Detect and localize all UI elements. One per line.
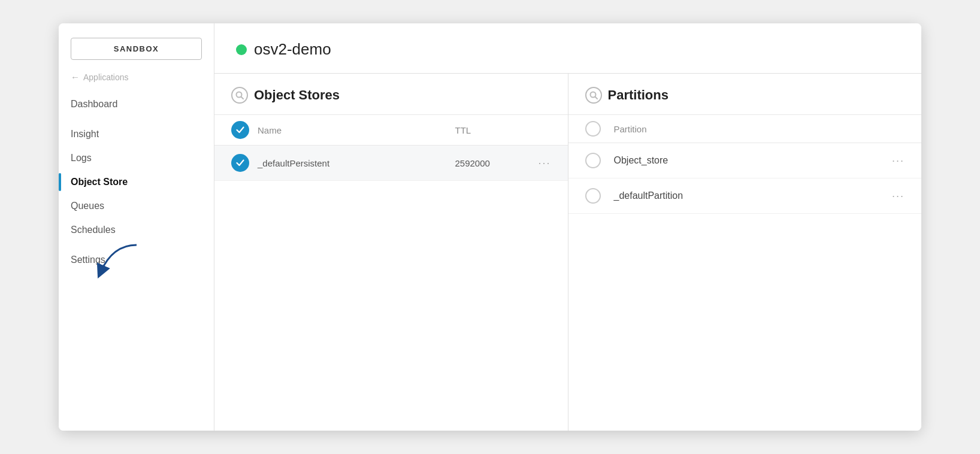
object-stores-search-icon[interactable] xyxy=(231,87,248,104)
app-title: osv2-demo xyxy=(254,40,331,59)
partition-more-options-icon[interactable]: ··· xyxy=(892,155,905,167)
partition-column-header: Partition xyxy=(614,124,905,134)
row-selected-indicator xyxy=(231,154,249,172)
row-name: _defaultPersistent xyxy=(258,158,455,168)
partition-radio-column xyxy=(585,121,614,137)
table-row[interactable]: _defaultPersistent 2592000 ··· xyxy=(214,146,568,181)
partition-header-radio xyxy=(585,121,601,137)
sidebar-item-object-store[interactable]: Object Store xyxy=(59,171,214,193)
sidebar-item-insight[interactable]: Insight xyxy=(59,123,214,146)
name-column-header: Name xyxy=(258,125,455,135)
partitions-header: Partitions xyxy=(568,74,922,114)
content-area: Object Stores Name TTL xyxy=(214,73,921,431)
object-stores-table-header: Name TTL xyxy=(214,114,568,146)
sidebar-item-settings[interactable]: Settings xyxy=(59,249,214,271)
object-stores-panel: Object Stores Name TTL xyxy=(214,74,568,431)
more-options-icon[interactable]: ··· xyxy=(538,157,551,170)
sidebar-item-schedules[interactable]: Schedules xyxy=(59,219,214,241)
partition-actions-menu[interactable]: ··· xyxy=(881,155,905,167)
status-indicator xyxy=(236,44,247,55)
partition-more-options-icon[interactable]: ··· xyxy=(892,190,905,202)
select-all-checkbox[interactable] xyxy=(231,121,249,139)
partition-radio[interactable] xyxy=(585,153,601,168)
sidebar-item-dashboard[interactable]: Dashboard xyxy=(59,93,214,116)
select-all-column xyxy=(231,121,258,139)
app-header: osv2-demo xyxy=(214,23,921,73)
partition-actions-menu[interactable]: ··· xyxy=(881,190,905,202)
object-stores-header: Object Stores xyxy=(214,74,568,114)
object-stores-title: Object Stores xyxy=(254,87,340,103)
partition-radio[interactable] xyxy=(585,188,601,204)
partition-radio-col xyxy=(585,188,614,204)
sidebar-item-queues[interactable]: Queues xyxy=(59,195,214,217)
svg-line-1 xyxy=(241,97,244,99)
partitions-table-header: Partition xyxy=(568,114,922,143)
partitions-title: Partitions xyxy=(608,87,669,103)
row-actions-menu[interactable]: ··· xyxy=(527,157,551,170)
sandbox-button[interactable]: SANDBOX xyxy=(71,38,202,60)
partition-row[interactable]: Object_store ··· xyxy=(568,143,922,178)
partition-name: Object_store xyxy=(614,155,881,166)
partitions-panel: Partitions Partition Object_store xyxy=(568,74,922,431)
partitions-search-icon[interactable] xyxy=(585,87,602,104)
partition-row[interactable]: _defaultPartition ··· xyxy=(568,178,922,214)
ttl-column-header: TTL xyxy=(455,125,527,135)
sidebar-item-logs[interactable]: Logs xyxy=(59,147,214,170)
sidebar: SANDBOX ← Applications Dashboard Insight… xyxy=(59,23,214,431)
row-ttl: 2592000 xyxy=(455,158,527,168)
row-checkbox[interactable] xyxy=(231,154,258,172)
back-to-applications[interactable]: ← Applications xyxy=(59,72,214,82)
partition-radio-col xyxy=(585,153,614,168)
back-arrow-icon: ← xyxy=(71,72,80,82)
back-label: Applications xyxy=(83,72,129,82)
main-content: osv2-demo Object Stores xyxy=(214,23,921,431)
partition-name: _defaultPartition xyxy=(614,190,881,201)
svg-line-3 xyxy=(595,97,597,99)
